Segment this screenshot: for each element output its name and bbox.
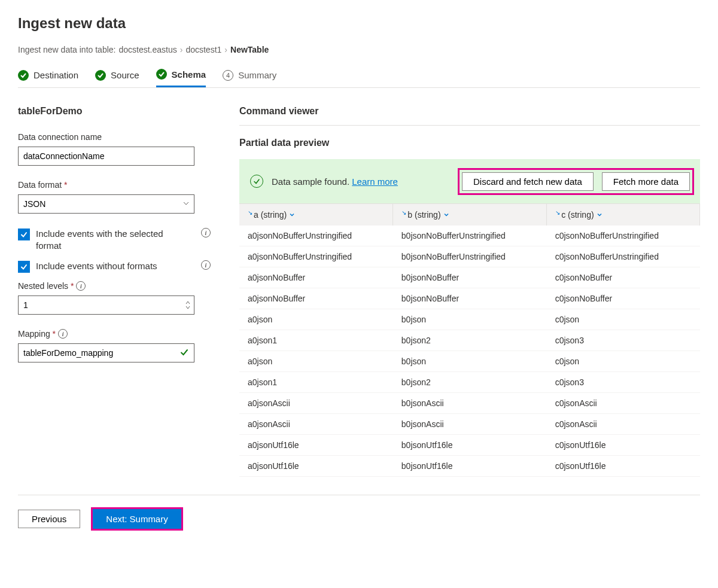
include-selected-format-checkbox[interactable] (18, 229, 30, 240)
nested-levels-label: Nested levels * i (18, 281, 215, 291)
include-without-formats-checkbox[interactable] (18, 261, 30, 273)
table-cell: b0json (393, 309, 547, 330)
table-cell: a0jsonUtf16le (239, 456, 393, 477)
table-cell: b0json2 (393, 372, 547, 393)
column-type-icon: ↘ (555, 209, 560, 216)
table-cell: b0json (393, 351, 547, 372)
table-row[interactable]: a0jsonAsciib0jsonAsciic0jsonAscii (239, 414, 700, 435)
column-header-c[interactable]: ↘c (string) (547, 204, 700, 226)
table-cell: a0jsonAscii (239, 393, 393, 414)
table-cell: a0json1 (239, 330, 393, 351)
table-row[interactable]: a0json1b0json2c0json3 (239, 372, 700, 393)
step-destination[interactable]: Destination (18, 70, 78, 87)
next-summary-button[interactable]: Next: Summary (93, 509, 181, 529)
breadcrumb-item-cluster[interactable]: docstest.eastus (118, 45, 177, 54)
table-cell: a0json1 (239, 372, 393, 393)
nested-levels-spinner[interactable] (18, 295, 194, 315)
table-cell: b0jsonUtf16le (393, 456, 547, 477)
discard-fetch-button[interactable]: Discard and fetch new data (462, 172, 594, 191)
breadcrumb-item-table[interactable]: NewTable (230, 45, 269, 54)
alert-text: Data sample found. Learn more (272, 176, 398, 187)
chevron-down-icon (289, 210, 295, 220)
breadcrumb-item-database[interactable]: docstest1 (185, 45, 221, 54)
table-cell: a0jsonAscii (239, 414, 393, 435)
table-cell: a0jsonNoBuffer (239, 288, 393, 309)
partial-preview-title: Partial data preview (239, 138, 700, 148)
table-row[interactable]: a0jsonNoBufferb0jsonNoBufferc0jsonNoBuff… (239, 288, 700, 309)
table-cell: a0json (239, 309, 393, 330)
column-header-b[interactable]: ↘b (string) (393, 204, 547, 226)
table-cell: c0jsonNoBufferUnstringified (547, 226, 700, 246)
table-cell: b0jsonAscii (393, 393, 547, 414)
checkbox-label: Include events without formats (36, 260, 157, 272)
check-icon (95, 70, 106, 81)
include-without-formats-checkbox-row: Include events without formats i (18, 260, 215, 273)
table-cell: a0jsonUtf16le (239, 435, 393, 456)
step-label: Destination (34, 70, 78, 80)
table-cell: c0jsonNoBufferUnstringified (547, 246, 700, 267)
table-row[interactable]: a0jsonb0jsonc0json (239, 351, 700, 372)
table-cell: b0json2 (393, 330, 547, 351)
info-icon[interactable]: i (201, 260, 211, 270)
table-cell: c0json (547, 309, 700, 330)
table-row[interactable]: a0jsonAsciib0jsonAsciic0jsonAscii (239, 393, 700, 414)
table-cell: c0jsonAscii (547, 414, 700, 435)
column-header-a[interactable]: ↘a (string) (239, 204, 393, 226)
data-format-select[interactable] (18, 194, 194, 214)
command-viewer-title[interactable]: Command viewer (239, 106, 700, 126)
fetch-more-button[interactable]: Fetch more data (602, 172, 690, 191)
table-cell: c0jsonUtf16le (547, 456, 700, 477)
chevron-down-icon (443, 210, 449, 220)
table-cell: b0jsonAscii (393, 414, 547, 435)
table-cell: c0json (547, 351, 700, 372)
include-selected-format-checkbox-row: Include events with the selected format … (18, 228, 215, 252)
info-icon[interactable]: i (201, 228, 211, 237)
table-row[interactable]: a0jsonNoBufferUnstringifiedb0jsonNoBuffe… (239, 226, 700, 246)
connection-name-input[interactable] (18, 147, 194, 166)
step-source[interactable]: Source (95, 70, 139, 87)
wizard-footer: Previous Next: Summary (18, 495, 700, 531)
column-type-icon: ↘ (248, 209, 252, 216)
table-cell: a0jsonNoBuffer (239, 267, 393, 288)
table-cell: b0jsonNoBufferUnstringified (393, 226, 547, 246)
breadcrumb-prefix: Ingest new data into table: (18, 45, 115, 54)
connection-name-label: Data connection name (18, 132, 215, 142)
chevron-down-icon (597, 210, 603, 220)
table-row[interactable]: a0jsonUtf16leb0jsonUtf16lec0jsonUtf16le (239, 456, 700, 477)
step-label: Source (111, 70, 139, 80)
success-icon (250, 175, 263, 188)
step-schema[interactable]: Schema (156, 69, 206, 87)
data-sample-alert: Data sample found. Learn more Discard an… (239, 159, 700, 203)
column-type-icon: ↘ (401, 209, 406, 216)
data-format-label: Data format * (18, 180, 215, 190)
table-row[interactable]: a0jsonUtf16leb0jsonUtf16lec0jsonUtf16le (239, 435, 700, 456)
table-cell: c0jsonAscii (547, 393, 700, 414)
mapping-select[interactable] (18, 343, 194, 362)
previous-button[interactable]: Previous (18, 510, 80, 528)
table-cell: b0jsonNoBufferUnstringified (393, 246, 547, 267)
table-cell: c0json3 (547, 372, 700, 393)
learn-more-link[interactable]: Learn more (352, 176, 398, 187)
table-cell: a0jsonNoBufferUnstringified (239, 226, 393, 246)
table-row[interactable]: a0jsonNoBufferb0jsonNoBufferc0jsonNoBuff… (239, 267, 700, 288)
table-row[interactable]: a0jsonb0jsonc0json (239, 309, 700, 330)
checkbox-label: Include events with the selected format (36, 228, 177, 252)
step-label: Schema (172, 69, 206, 80)
table-row[interactable]: a0jsonNoBufferUnstringifiedb0jsonNoBuffe… (239, 246, 700, 267)
chevron-right-icon: › (180, 45, 183, 54)
step-label: Summary (238, 70, 276, 80)
info-icon[interactable]: i (58, 329, 68, 339)
schema-sidebar: tableForDemo Data connection name Data f… (18, 106, 215, 477)
page-title: Ingest new data (18, 15, 700, 32)
table-cell: b0jsonNoBuffer (393, 267, 547, 288)
step-summary[interactable]: 4 Summary (223, 70, 276, 87)
info-icon[interactable]: i (76, 281, 86, 291)
table-cell: a0jsonNoBufferUnstringified (239, 246, 393, 267)
main-panel: Command viewer Partial data preview Data… (239, 106, 700, 477)
check-icon (156, 69, 167, 80)
check-icon (18, 70, 29, 81)
spinner-buttons-icon[interactable] (185, 300, 191, 310)
table-name-title: tableForDemo (18, 106, 215, 117)
table-row[interactable]: a0json1b0json2c0json3 (239, 330, 700, 351)
breadcrumb: Ingest new data into table: docstest.eas… (18, 45, 700, 54)
